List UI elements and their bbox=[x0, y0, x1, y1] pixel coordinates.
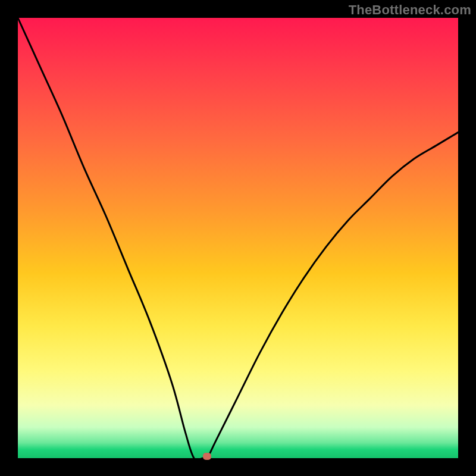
curve-svg bbox=[18, 18, 458, 458]
outer-frame: TheBottleneck.com bbox=[0, 0, 476, 476]
optimum-marker bbox=[203, 453, 211, 460]
watermark-text: TheBottleneck.com bbox=[349, 2, 471, 18]
plot-area bbox=[18, 18, 458, 458]
bottleneck-curve-path bbox=[18, 18, 458, 458]
